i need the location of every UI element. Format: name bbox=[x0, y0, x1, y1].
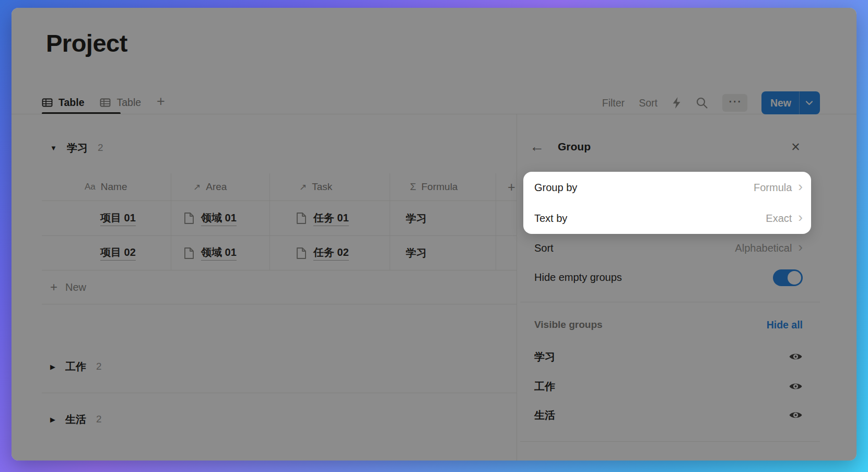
chevron-right-icon: › bbox=[798, 212, 803, 225]
app-window: Project Table Table + Filter Sort ⋯ Ne bbox=[11, 8, 857, 461]
text-by-row[interactable]: Text by Exact › bbox=[523, 203, 811, 234]
group-settings-spotlight-card: Group by Formula › Text by Exact › bbox=[523, 172, 811, 234]
chevron-right-icon: › bbox=[798, 181, 803, 194]
group-by-row[interactable]: Group by Formula › bbox=[523, 172, 811, 203]
dim-overlay bbox=[11, 8, 857, 461]
